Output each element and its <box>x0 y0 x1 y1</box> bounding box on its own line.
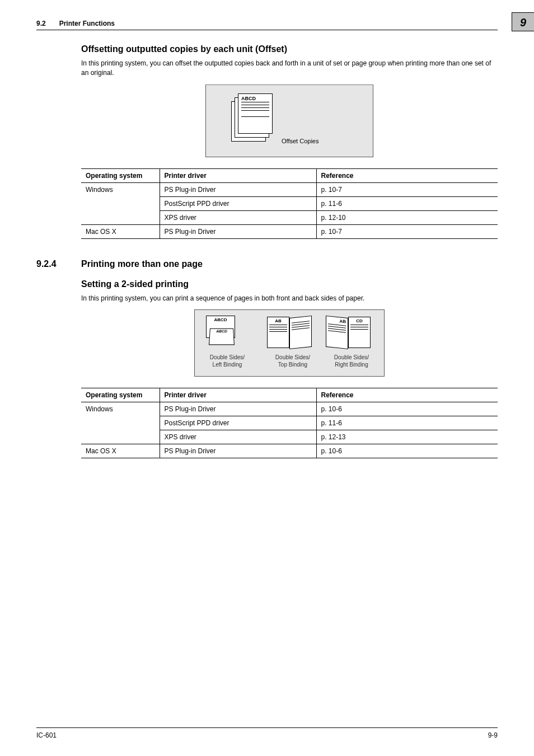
table-header-reference: Reference <box>316 388 498 402</box>
subsection-number: 9.2.4 <box>36 259 62 269</box>
table-cell: Mac OS X <box>81 444 160 458</box>
table-header-reference: Reference <box>316 168 498 182</box>
table-cell: p. 12-10 <box>316 210 498 224</box>
table-cell: p. 10-7 <box>316 224 498 238</box>
duplex-sheet-small-label: ABCD <box>210 329 233 334</box>
footer-model: IC-601 <box>36 731 57 739</box>
table-cell: PS Plug-in Driver <box>160 224 316 238</box>
table-cell: p. 10-6 <box>316 444 498 458</box>
offset-heading: Offsetting outputted copies by each unit… <box>81 44 498 54</box>
footer-page-number: 9-9 <box>488 731 498 739</box>
duplex-reference-table: Operating system Printer driver Referenc… <box>81 388 498 458</box>
table-header-os: Operating system <box>81 388 160 402</box>
duplex-caption-line: Double Sides/ <box>275 354 310 360</box>
duplex-caption-line: Right Binding <box>335 361 368 368</box>
duplex-sheet-label: AB <box>268 317 289 323</box>
duplex-caption-line: Double Sides/ <box>210 354 245 360</box>
duplex-caption-line: Top Binding <box>278 361 307 368</box>
duplex-left-binding-illustration: ABCD ABCD Double Sides/ Left Binding <box>199 316 255 368</box>
offset-sheet-label: ABCD <box>238 94 272 102</box>
table-header-driver: Printer driver <box>160 388 316 402</box>
table-cell: XPS driver <box>160 210 316 224</box>
offset-paragraph: In this printing system, you can offset … <box>81 59 498 78</box>
table-cell: p. 11-6 <box>316 196 498 210</box>
table-header-driver: Printer driver <box>160 168 316 182</box>
table-cell: PostScript PPD driver <box>160 196 316 210</box>
table-cell: p. 11-6 <box>316 416 498 430</box>
offset-figure: ABCD Offset Copies <box>205 84 373 157</box>
table-cell: p. 10-6 <box>316 402 498 416</box>
table-cell: PS Plug-in Driver <box>160 182 316 196</box>
duplex-sheet-label: CD <box>349 317 370 323</box>
table-cell: PS Plug-in Driver <box>160 402 316 416</box>
duplex-caption-line: Left Binding <box>213 361 242 368</box>
table-cell: Mac OS X <box>81 224 160 238</box>
table-cell: p. 12-13 <box>316 430 498 444</box>
table-cell: XPS driver <box>160 430 316 444</box>
duplex-paragraph: In this printing system, you can print a… <box>81 294 498 303</box>
table-cell: PostScript PPD driver <box>160 416 316 430</box>
header-section-title: Printer Functions <box>59 20 115 27</box>
table-header-os: Operating system <box>81 168 160 182</box>
header-section-number: 9.2 <box>36 20 46 27</box>
table-cell: Windows <box>81 402 160 444</box>
duplex-right-binding-illustration: AB CD Double Sides/ Right Binding <box>324 316 380 368</box>
offset-figure-caption: Offset Copies <box>282 138 318 144</box>
offset-reference-table: Operating system Printer driver Referenc… <box>81 168 498 239</box>
table-cell: p. 10-7 <box>316 182 498 196</box>
table-cell: PS Plug-in Driver <box>160 444 316 458</box>
duplex-figure: ABCD ABCD Double Sides/ Left Binding AB <box>194 309 385 377</box>
table-cell: Windows <box>81 182 160 224</box>
duplex-sheet-label: ABCD <box>207 316 235 323</box>
subsection-heading: Printing more than one page <box>81 259 203 269</box>
duplex-caption-line: Double Sides/ <box>334 354 369 360</box>
page-footer: IC-601 9-9 <box>36 727 498 739</box>
chapter-number-badge: 9 <box>512 12 534 31</box>
page-header: 9.2 Printer Functions <box>36 20 498 30</box>
duplex-subheading: Setting a 2-sided printing <box>81 279 498 289</box>
duplex-top-binding-illustration: AB Double Sides/ Top Binding <box>265 316 321 368</box>
